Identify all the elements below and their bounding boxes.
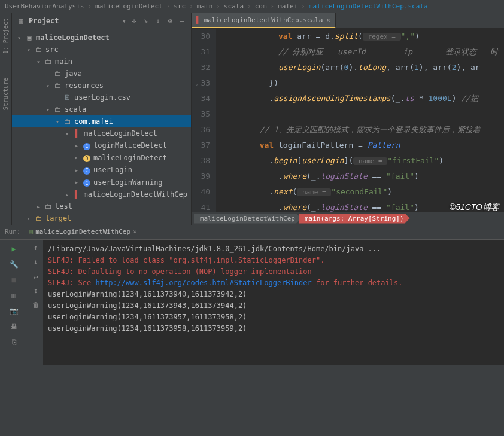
down-icon[interactable]: ↓ bbox=[34, 258, 38, 266]
tree-item[interactable]: ▾🗀resources bbox=[12, 80, 191, 92]
tree-item[interactable]: ▸▌maliceLoginDetectWithCep bbox=[12, 188, 191, 200]
run-tab[interactable]: ▤ maliceLoginDetectWithCep × bbox=[26, 227, 141, 237]
editor: ▌ maliceLoginDetectWithCep.scala × 30313… bbox=[192, 13, 504, 225]
dump-icon[interactable]: 📷 bbox=[8, 306, 19, 316]
breadcrumb-item[interactable]: com bbox=[255, 2, 267, 10]
editor-tabs: ▌ maliceLoginDetectWithCep.scala × bbox=[192, 13, 504, 29]
layout-icon[interactable]: ▥ bbox=[8, 290, 19, 301]
scroll-icon[interactable]: ↧ bbox=[34, 286, 38, 295]
close-icon[interactable]: × bbox=[326, 16, 330, 24]
close-icon[interactable]: × bbox=[133, 228, 137, 236]
run-tab-label: maliceLoginDetectWithCep bbox=[35, 228, 130, 236]
dropdown-icon[interactable]: ▾ bbox=[122, 17, 126, 25]
structure-tool-label[interactable]: Structure bbox=[2, 78, 9, 110]
project-icon: ▦ bbox=[17, 17, 25, 25]
breadcrumb-item[interactable]: scala bbox=[224, 2, 244, 10]
up-icon[interactable]: ↑ bbox=[34, 243, 38, 252]
clear-icon[interactable]: 🗑 bbox=[32, 301, 40, 309]
project-panel-header: ▦ Project ▾ ✛ ⇲ ↕ ⚙ — bbox=[12, 13, 191, 29]
project-tool-label[interactable]: 1: Project bbox=[2, 18, 9, 54]
breadcrumb-item[interactable]: maliceLoginDetect bbox=[95, 2, 163, 10]
breadcrumb-item[interactable]: maliceLoginDetectWithCep.scala bbox=[309, 2, 428, 10]
tree-item[interactable]: ▸CuserLoginWarning bbox=[12, 176, 191, 189]
tree-item[interactable]: ▸🗀target bbox=[12, 212, 191, 224]
settings-icon[interactable]: 🔧 bbox=[8, 259, 19, 270]
breadcrumb-item[interactable]: mafei bbox=[278, 2, 297, 10]
tree-item[interactable]: ▾🗀com.mafei bbox=[12, 115, 191, 127]
tree-item[interactable]: ▸🗀test bbox=[12, 200, 191, 212]
project-title: Project bbox=[29, 17, 119, 25]
project-tree[interactable]: ▾▣maliceLoginDetect▾🗀src▾🗀main🗀java▾🗀res… bbox=[12, 29, 191, 225]
editor-breadcrumb: maliceLoginDetectWithCep main(args: Arra… bbox=[192, 212, 504, 225]
tool-window-stripe: 1: Project Structure bbox=[0, 13, 12, 225]
breadcrumb: UserBehaviorAnalysis›maliceLoginDetect›s… bbox=[0, 0, 504, 13]
breadcrumb-item[interactable]: main bbox=[197, 2, 213, 10]
expand-icon[interactable]: ↕ bbox=[154, 17, 162, 25]
project-panel: ▦ Project ▾ ✛ ⇲ ↕ ⚙ — ▾▣maliceLoginDetec… bbox=[12, 13, 192, 225]
tree-item[interactable]: ▸CloginMaliceDetect bbox=[12, 139, 191, 152]
bc-class[interactable]: maliceLoginDetectWithCep bbox=[194, 214, 301, 224]
gear-icon[interactable]: ⚙ bbox=[166, 17, 174, 25]
tab-label: maliceLoginDetectWithCep.scala bbox=[204, 16, 323, 24]
tree-item[interactable]: ▸CuserLogin bbox=[12, 164, 191, 176]
exit-icon[interactable]: ⎘ bbox=[8, 337, 19, 347]
stop-disabled-icon: ■ bbox=[8, 275, 19, 285]
run-header: Run: ▤ maliceLoginDetectWithCep × bbox=[0, 225, 504, 239]
wrap-icon[interactable]: ↵ bbox=[34, 272, 38, 280]
code-area[interactable]: 303132⌄3334353637383940414243444546 val … bbox=[192, 29, 504, 212]
gutter: 303132⌄3334353637383940414243444546 bbox=[192, 29, 216, 212]
run-label: Run: bbox=[5, 228, 21, 236]
run-toolbar-2: ↑ ↓ ↵ ↧ 🗑 bbox=[28, 240, 43, 365]
tree-item[interactable]: ▾🗀main bbox=[12, 56, 191, 68]
collapse-icon[interactable]: ⇲ bbox=[142, 17, 150, 25]
run-config-icon: ▤ bbox=[29, 228, 34, 236]
code[interactable]: val arr = d.split( regex = ",") // 分别对应 … bbox=[216, 29, 504, 212]
tree-item[interactable]: 🗎userLogin.csv bbox=[12, 92, 191, 103]
breadcrumb-item[interactable]: src bbox=[174, 2, 186, 10]
tree-item[interactable]: ▾🗀src bbox=[12, 44, 191, 56]
tree-item[interactable]: ▾▣maliceLoginDetect bbox=[12, 32, 191, 44]
locate-icon[interactable]: ✛ bbox=[130, 17, 138, 25]
run-toolbar: ▶ 🔧 ■ ▥ 📷 🖶 ⎘ bbox=[0, 240, 28, 365]
scala-icon: ▌ bbox=[196, 16, 201, 24]
console[interactable]: /Library/Java/JavaVirtualMachines/jdk1.8… bbox=[43, 240, 504, 365]
breadcrumb-item[interactable]: UserBehaviorAnalysis bbox=[5, 2, 84, 10]
bc-method[interactable]: main(args: Array[String]) bbox=[299, 214, 410, 224]
tab-file[interactable]: ▌ maliceLoginDetectWithCep.scala × bbox=[192, 13, 336, 28]
tree-item[interactable]: ▾🗀scala bbox=[12, 103, 191, 115]
tree-item[interactable]: 🗀java bbox=[12, 68, 191, 80]
tree-item[interactable]: ▸OmaliceLoginDetect bbox=[12, 152, 191, 164]
watermark: ©51CTO博客 bbox=[450, 202, 499, 213]
hide-icon[interactable]: — bbox=[178, 17, 186, 25]
run-panel: Run: ▤ maliceLoginDetectWithCep × ▶ 🔧 ■ … bbox=[0, 225, 504, 437]
tree-item[interactable]: ▾▌maliceLoginDetect bbox=[12, 127, 191, 139]
rerun-icon[interactable]: ▶ bbox=[8, 243, 19, 254]
print-icon[interactable]: 🖶 bbox=[8, 321, 19, 332]
